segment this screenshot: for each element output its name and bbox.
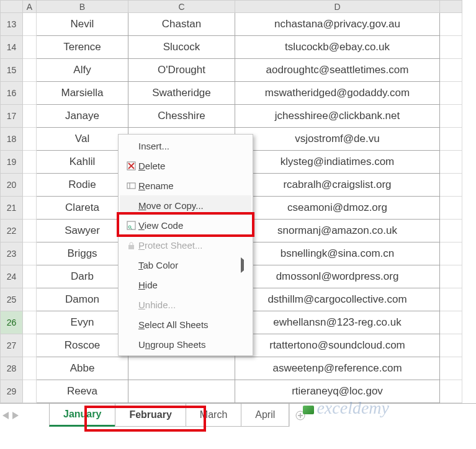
cell[interactable]: jchesshiree@clickbank.net bbox=[235, 105, 440, 128]
cell[interactable]: Kahlil bbox=[37, 151, 128, 174]
cell[interactable]: Sawyer bbox=[37, 220, 128, 242]
row-header[interactable]: 23 bbox=[1, 242, 23, 265]
cell[interactable] bbox=[23, 151, 37, 174]
cell[interactable] bbox=[440, 265, 462, 288]
cell[interactable]: rcabralh@craigslist.org bbox=[235, 174, 440, 197]
cell[interactable]: Alfy bbox=[37, 59, 128, 82]
cell[interactable] bbox=[128, 357, 235, 380]
row-header[interactable]: 19 bbox=[1, 151, 23, 174]
col-header-D[interactable]: D bbox=[235, 1, 440, 13]
cell[interactable]: Val bbox=[37, 128, 128, 151]
cell[interactable] bbox=[440, 105, 462, 128]
row-header[interactable]: 25 bbox=[1, 288, 23, 311]
cell[interactable]: O'Drought bbox=[128, 59, 235, 82]
cell[interactable]: Slucock bbox=[128, 36, 235, 59]
ctx-insert[interactable]: Insert... bbox=[120, 136, 251, 156]
cell[interactable] bbox=[440, 128, 462, 151]
cell[interactable]: dsthillm@cargocollective.com bbox=[235, 288, 440, 311]
cell[interactable] bbox=[23, 380, 37, 403]
ctx-move-or-copy[interactable]: Move or Copy... bbox=[120, 195, 251, 215]
row-header[interactable]: 16 bbox=[1, 82, 23, 105]
cell[interactable] bbox=[23, 174, 37, 197]
cell[interactable] bbox=[23, 265, 37, 288]
cell[interactable]: nchastana@privacy.gov.au bbox=[235, 13, 440, 36]
cell[interactable] bbox=[23, 288, 37, 311]
cell[interactable] bbox=[23, 36, 37, 59]
cell[interactable]: Briggs bbox=[37, 242, 128, 265]
row-header[interactable]: 27 bbox=[1, 334, 23, 357]
cell[interactable] bbox=[440, 82, 462, 105]
row-header[interactable]: 22 bbox=[1, 220, 23, 242]
cell[interactable] bbox=[23, 128, 37, 151]
ctx-rename[interactable]: Rename bbox=[120, 176, 251, 195]
cell[interactable] bbox=[440, 151, 462, 174]
cell[interactable]: Chesshire bbox=[128, 105, 235, 128]
cell[interactable] bbox=[23, 13, 37, 36]
col-header-C[interactable]: C bbox=[128, 1, 235, 13]
cell[interactable] bbox=[23, 357, 37, 380]
cell[interactable]: Terence bbox=[37, 36, 128, 59]
cell[interactable]: Roscoe bbox=[37, 334, 128, 357]
cell[interactable] bbox=[23, 311, 37, 334]
sheet-tab-april[interactable]: April bbox=[241, 404, 289, 427]
cell[interactable] bbox=[23, 105, 37, 128]
cell[interactable] bbox=[440, 242, 462, 265]
row-header[interactable]: 14 bbox=[1, 36, 23, 59]
cell[interactable] bbox=[440, 311, 462, 334]
cell[interactable]: Chastan bbox=[128, 13, 235, 36]
cell[interactable] bbox=[440, 334, 462, 357]
cell[interactable]: asweetenp@reference.com bbox=[235, 357, 440, 380]
new-sheet-button[interactable] bbox=[289, 404, 310, 427]
col-header-A[interactable]: A bbox=[23, 1, 37, 13]
col-header-B[interactable]: B bbox=[37, 1, 128, 13]
row-header[interactable]: 29 bbox=[1, 380, 23, 403]
cell[interactable]: aodroughtc@seattletimes.com bbox=[235, 59, 440, 82]
cell[interactable]: klysteg@indiatimes.com bbox=[235, 151, 440, 174]
cell[interactable] bbox=[440, 288, 462, 311]
row-header[interactable]: 28 bbox=[1, 357, 23, 380]
cell[interactable]: rtieraneyq@loc.gov bbox=[235, 380, 440, 403]
cell[interactable] bbox=[23, 59, 37, 82]
ctx-select-all-sheets[interactable]: Select All Sheets bbox=[120, 314, 251, 334]
cell[interactable]: Damon bbox=[37, 288, 128, 311]
cell[interactable]: dmossonl@wordpress.org bbox=[235, 265, 440, 288]
cell[interactable]: Abbe bbox=[37, 357, 128, 380]
ctx-tab-color[interactable]: Tab Color bbox=[120, 255, 251, 275]
row-header[interactable]: 24 bbox=[1, 265, 23, 288]
row-header[interactable]: 15 bbox=[1, 59, 23, 82]
cell[interactable] bbox=[440, 174, 462, 197]
cell[interactable] bbox=[440, 197, 462, 220]
ctx-ungroup-sheets[interactable]: Ungroup Sheets bbox=[120, 334, 251, 354]
cell[interactable]: vsjostromf@de.vu bbox=[235, 128, 440, 151]
cell[interactable]: bsnellingk@sina.com.cn bbox=[235, 242, 440, 265]
cell[interactable] bbox=[440, 380, 462, 403]
cell[interactable] bbox=[440, 220, 462, 242]
sheet-tab-january[interactable]: January bbox=[49, 404, 115, 427]
cell[interactable]: ewhellansn@123-reg.co.uk bbox=[235, 311, 440, 334]
ctx-hide[interactable]: Hide bbox=[120, 275, 251, 295]
tab-scroll-arrows[interactable] bbox=[2, 404, 19, 427]
cell[interactable] bbox=[440, 357, 462, 380]
cell[interactable]: cseamoni@dmoz.org bbox=[235, 197, 440, 220]
cell[interactable] bbox=[128, 380, 235, 403]
cell[interactable] bbox=[23, 242, 37, 265]
cell[interactable] bbox=[23, 82, 37, 105]
ctx-view-code[interactable]: View Code bbox=[120, 215, 251, 235]
col-header-E[interactable] bbox=[440, 1, 462, 13]
sheet-tab-march[interactable]: March bbox=[186, 404, 241, 427]
cell[interactable]: Evyn bbox=[37, 311, 128, 334]
cell[interactable] bbox=[440, 59, 462, 82]
ctx-delete[interactable]: Delete bbox=[120, 156, 251, 176]
corner-select-all[interactable] bbox=[1, 1, 23, 13]
cell[interactable]: snormanj@amazon.co.uk bbox=[235, 220, 440, 242]
cell[interactable] bbox=[23, 220, 37, 242]
cell[interactable]: Nevil bbox=[37, 13, 128, 36]
cell[interactable]: Reeva bbox=[37, 380, 128, 403]
cell[interactable] bbox=[23, 334, 37, 357]
cell[interactable]: mswatheridged@godaddy.com bbox=[235, 82, 440, 105]
row-header[interactable]: 26 bbox=[1, 311, 23, 334]
sheet-tab-february[interactable]: February bbox=[115, 404, 186, 427]
cell[interactable] bbox=[23, 197, 37, 220]
cell[interactable] bbox=[440, 13, 462, 36]
row-header[interactable]: 21 bbox=[1, 197, 23, 220]
